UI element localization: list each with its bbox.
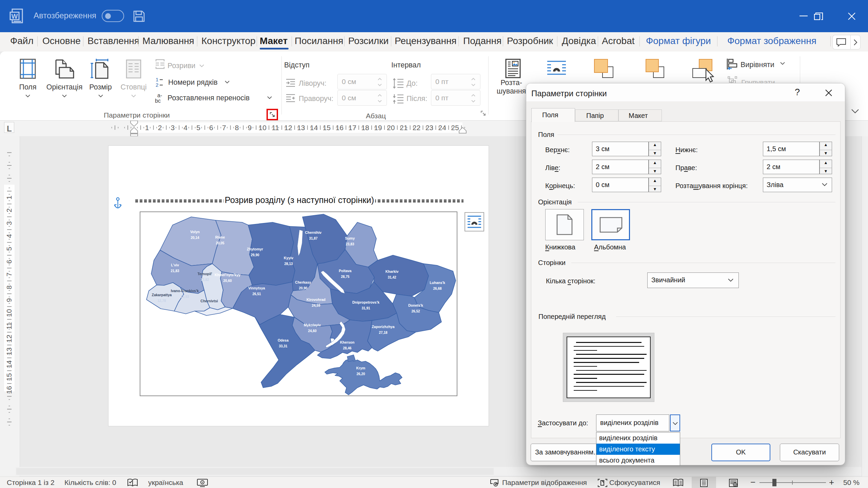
svg-text:20,60: 20,60 [223, 279, 232, 283]
svg-text:4: 4 [5, 234, 13, 238]
svg-text:Poltava: Poltava [339, 269, 352, 273]
svg-text:8: 8 [5, 285, 13, 289]
svg-text:26,51: 26,51 [252, 292, 261, 296]
svg-text:27,18: 27,18 [379, 331, 387, 334]
svg-text:a-: a- [157, 93, 162, 98]
svg-text:17: 17 [349, 124, 356, 131]
svg-text:3: 3 [171, 124, 175, 131]
svg-text:11: 11 [272, 124, 279, 131]
svg-text:23,83: 23,83 [346, 242, 354, 246]
svg-text:20,05: 20,05 [216, 241, 224, 245]
svg-text:11: 11 [5, 322, 13, 329]
svg-text:33,31: 33,31 [279, 344, 287, 348]
svg-text:6: 6 [5, 260, 13, 264]
svg-text:2: 2 [156, 82, 158, 88]
svg-text:Kharkiv: Kharkiv [386, 269, 399, 273]
svg-text:19: 19 [374, 124, 382, 131]
svg-text:1: 1 [145, 124, 149, 131]
svg-text:28,13: 28,13 [284, 262, 293, 266]
svg-text:13: 13 [5, 347, 13, 355]
svg-text:15: 15 [5, 373, 13, 381]
svg-text:21,83: 21,83 [171, 269, 179, 273]
svg-text:22: 22 [413, 124, 420, 131]
svg-text:W: W [12, 13, 18, 20]
svg-text:9: 9 [248, 124, 252, 131]
svg-text:12,78: 12,78 [157, 299, 166, 303]
svg-text:24: 24 [438, 124, 447, 131]
svg-text:Zakarpattya: Zakarpattya [152, 293, 172, 297]
svg-text:Odesa: Odesa [278, 338, 289, 342]
svg-text:Cherkasy: Cherkasy [295, 280, 311, 284]
svg-text:2: 2 [5, 208, 13, 212]
svg-text:Volyn: Volyn [190, 230, 200, 234]
svg-text:Chernihiv: Chernihiv [305, 230, 322, 235]
svg-text:L'viv: L'viv [171, 263, 179, 267]
svg-text:Ternopil': Ternopil' [197, 272, 212, 276]
svg-text:Chernivtsi: Chernivtsi [200, 299, 218, 303]
svg-text:Luhans'k: Luhans'k [430, 281, 445, 285]
svg-text:Sumy: Sumy [345, 236, 355, 240]
svg-text:Zhytomyr: Zhytomyr [247, 247, 263, 251]
svg-text:20,14: 20,14 [191, 236, 199, 240]
svg-text:2: 2 [158, 124, 162, 131]
svg-text:21: 21 [400, 124, 408, 131]
svg-text:9: 9 [5, 298, 13, 302]
svg-text:10: 10 [5, 309, 13, 317]
svg-text:3: 3 [5, 221, 13, 225]
svg-text:Kherson: Kherson [340, 340, 355, 344]
svg-text:16: 16 [5, 386, 13, 394]
svg-text:10: 10 [259, 124, 267, 131]
svg-text:12: 12 [5, 335, 13, 343]
svg-text:13: 13 [297, 124, 305, 131]
svg-text:24,59: 24,59 [312, 304, 320, 307]
svg-text:6: 6 [209, 124, 213, 131]
svg-text:26,20: 26,20 [356, 372, 365, 376]
svg-text:28,46: 28,46 [343, 346, 351, 350]
svg-text:14: 14 [310, 124, 318, 131]
svg-text:12: 12 [284, 124, 292, 131]
svg-text:7: 7 [5, 272, 13, 277]
svg-text:Rivne: Rivne [215, 235, 225, 239]
svg-text:4: 4 [183, 124, 188, 131]
svg-text:20: 20 [387, 124, 395, 131]
svg-text:5: 5 [5, 247, 13, 251]
svg-text:8: 8 [235, 124, 239, 131]
svg-text:bc: bc [155, 98, 161, 104]
svg-text:1: 1 [5, 196, 13, 200]
svg-text:26,68: 26,68 [433, 287, 441, 290]
svg-text:13,93: 13,93 [180, 295, 189, 299]
svg-text:Donets'k: Donets'k [408, 303, 423, 307]
svg-text:Ivano-Frankivs'k: Ivano-Frankivs'k [171, 289, 199, 293]
svg-text:Dnipropetrovs'k: Dnipropetrovs'k [352, 300, 379, 304]
svg-text:Zaporizhzhya: Zaporizhzhya [372, 325, 394, 329]
svg-text:Kirovohrad: Kirovohrad [307, 298, 326, 302]
svg-text:31,42: 31,42 [388, 276, 396, 279]
svg-text:Krym: Krym [356, 366, 366, 370]
svg-text:Kyyiv: Kyyiv [284, 256, 293, 260]
svg-text:25: 25 [451, 124, 459, 131]
svg-text:29,90: 29,90 [251, 253, 259, 257]
svg-text:24,60: 24,60 [308, 329, 316, 333]
svg-text:23: 23 [426, 124, 433, 131]
svg-text:14: 14 [5, 360, 13, 368]
svg-text:1: 1 [156, 77, 158, 82]
svg-text:Vinnytsya: Vinnytsya [248, 286, 265, 290]
svg-text:31,87: 31,87 [309, 237, 317, 240]
svg-text:28,75: 28,75 [341, 275, 349, 279]
svg-text:Khmel'nyts'kyy: Khmel'nyts'kyy [215, 273, 240, 277]
svg-text:Mykolayiv: Mykolayiv [304, 323, 321, 327]
svg-text:16: 16 [336, 124, 343, 131]
svg-text:31,91: 31,91 [361, 306, 370, 310]
svg-text:18: 18 [361, 124, 369, 131]
svg-text:13,82: 13,82 [200, 278, 209, 282]
svg-text:20,90: 20,90 [299, 286, 307, 290]
svg-text:5: 5 [196, 124, 200, 131]
svg-text:7: 7 [222, 124, 226, 131]
svg-text:15: 15 [323, 124, 331, 131]
svg-text:26,52: 26,52 [411, 309, 420, 313]
